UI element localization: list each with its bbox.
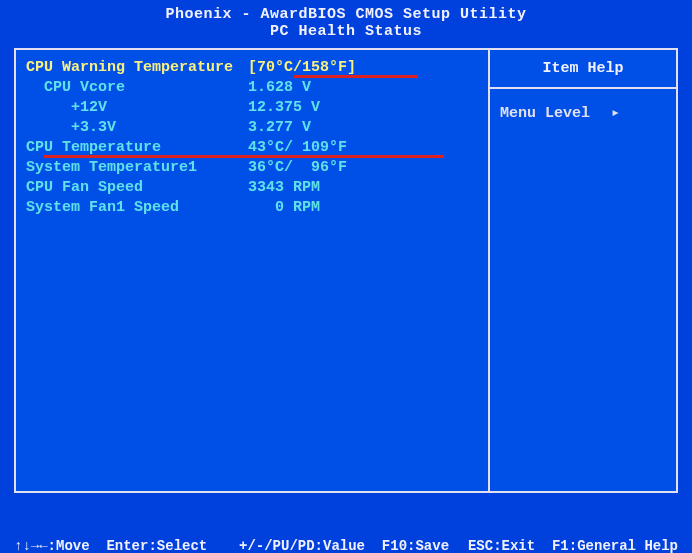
setting-row: System Fan1 Speed 0 RPM bbox=[26, 198, 478, 218]
setting-label: System Temperature1 bbox=[26, 158, 248, 178]
setting-row: CPU Vcore1.628 V bbox=[26, 78, 478, 98]
highlight-underline bbox=[294, 75, 418, 78]
setting-label: CPU Warning Temperature bbox=[26, 58, 248, 78]
hint-exit-help: ESC:Exit F1:General Help bbox=[468, 537, 678, 553]
setting-row: CPU Temperature43°C/ 109°F bbox=[26, 138, 478, 158]
setting-value: 36°C/ 96°F bbox=[248, 158, 347, 178]
setting-row: +3.3V3.277 V bbox=[26, 118, 478, 138]
highlight-underline bbox=[44, 155, 444, 158]
main-area: CPU Warning Temperature[70°C/158°F] CPU … bbox=[14, 48, 678, 493]
menu-level-label: Menu Level bbox=[500, 105, 590, 122]
setting-value: 3.277 V bbox=[248, 118, 311, 138]
setting-row: System Temperature136°C/ 96°F bbox=[26, 158, 478, 178]
setting-label: CPU Fan Speed bbox=[26, 178, 248, 198]
help-body: Menu Level ▸ bbox=[490, 89, 676, 136]
settings-panel: CPU Warning Temperature[70°C/158°F] CPU … bbox=[14, 48, 488, 493]
header-title-line2: PC Health Status bbox=[0, 23, 692, 40]
chevron-right-icon: ▸ bbox=[611, 103, 620, 122]
setting-label: +12V bbox=[26, 98, 248, 118]
help-title: Item Help bbox=[490, 50, 676, 89]
setting-row: +12V12.375 V bbox=[26, 98, 478, 118]
setting-row[interactable]: CPU Warning Temperature[70°C/158°F] bbox=[26, 58, 478, 78]
setting-row: CPU Fan Speed3343 RPM bbox=[26, 178, 478, 198]
setting-label: CPU Vcore bbox=[26, 78, 248, 98]
setting-value: 1.628 V bbox=[248, 78, 311, 98]
setting-label: +3.3V bbox=[26, 118, 248, 138]
setting-value: 12.375 V bbox=[248, 98, 320, 118]
footer-hints: ↑↓→←:Move Enter:Select +/-/PU/PD:Value F… bbox=[0, 493, 692, 553]
setting-label: System Fan1 Speed bbox=[26, 198, 248, 218]
hint-value-save: +/-/PU/PD:Value F10:Save bbox=[239, 537, 468, 553]
bios-header: Phoenix - AwardBIOS CMOS Setup Utility P… bbox=[0, 0, 692, 44]
header-title-line1: Phoenix - AwardBIOS CMOS Setup Utility bbox=[0, 6, 692, 23]
hint-move-select: ↑↓→←:Move Enter:Select bbox=[14, 537, 239, 553]
setting-value: 0 RPM bbox=[248, 198, 320, 218]
setting-value: 3343 RPM bbox=[248, 178, 320, 198]
help-panel: Item Help Menu Level ▸ bbox=[488, 48, 678, 493]
